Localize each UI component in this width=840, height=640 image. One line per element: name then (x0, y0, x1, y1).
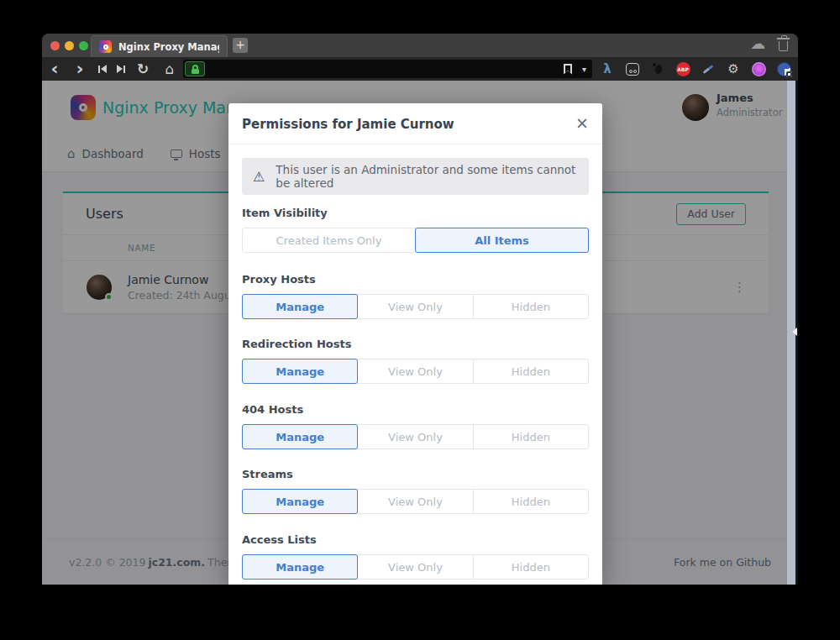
extension-adblock-icon[interactable]: ABP (675, 60, 691, 77)
browser-window: Nginx Proxy Manager + ☁ ‹ › ↻ ⌂ ▾ (42, 34, 798, 585)
browser-tab[interactable]: Nginx Proxy Manager (91, 35, 228, 57)
permission-group: Manage View Only Hidden (242, 554, 589, 580)
manage-button[interactable]: Manage (242, 359, 358, 384)
browser-tab-bar: Nginx Proxy Manager + ☁ (42, 34, 798, 57)
bookmark-icon[interactable] (564, 64, 572, 75)
section-label: Redirection Hosts (242, 338, 351, 350)
extension-lambda-icon[interactable]: λ (599, 60, 616, 77)
view-only-button[interactable]: View Only (357, 424, 473, 449)
section-label: Access Lists (242, 533, 317, 546)
permission-group: Manage View Only Hidden (242, 424, 589, 449)
extension-goggles-icon[interactable] (624, 60, 641, 77)
address-bar[interactable]: ▾ (183, 60, 592, 78)
desktop: Nginx Proxy Manager + ☁ ‹ › ↻ ⌂ ▾ (0, 0, 840, 640)
created-items-only-button[interactable]: Created Items Only (242, 228, 416, 253)
modal-header: Permissions for Jamie Curnow × (228, 103, 602, 144)
ssl-lock-icon[interactable] (185, 61, 205, 76)
hidden-button[interactable]: Hidden (473, 294, 589, 319)
hidden-button[interactable]: Hidden (473, 359, 589, 384)
extension-pen-icon[interactable] (700, 60, 717, 77)
bookmark-caret-icon[interactable]: ▾ (582, 65, 586, 74)
all-items-button[interactable]: All Items (415, 228, 589, 253)
window-close-button[interactable] (50, 41, 60, 50)
manage-button[interactable]: Manage (242, 489, 358, 514)
permission-group: Manage View Only Hidden (242, 294, 589, 319)
window-minimize-button[interactable] (65, 41, 74, 50)
browser-toolbar: ‹ › ↻ ⌂ ▾ λ ABP ⚙ (42, 57, 798, 81)
close-icon[interactable]: × (573, 113, 591, 132)
permissions-modal: Permissions for Jamie Curnow × ⚠ This us… (228, 103, 602, 585)
extension-clock-icon[interactable] (775, 60, 792, 77)
hidden-button[interactable]: Hidden (473, 489, 589, 514)
modal-title: Permissions for Jamie Curnow (242, 117, 454, 132)
section-label: Proxy Hosts (242, 273, 316, 286)
alert-text: This user is an Administrator and some i… (276, 163, 589, 190)
view-only-button[interactable]: View Only (357, 359, 473, 384)
permission-group: Manage View Only Hidden (242, 489, 589, 514)
item-visibility-group: Created Items Only All Items (242, 228, 589, 253)
view-only-button[interactable]: View Only (357, 489, 473, 514)
item-visibility-label: Item Visibility (242, 207, 328, 219)
sync-cloud-icon[interactable]: ☁ (750, 34, 765, 52)
new-tab-button[interactable]: + (233, 38, 248, 53)
permission-group: Manage View Only Hidden (242, 359, 589, 384)
fast-forward-button[interactable] (114, 57, 128, 81)
modal-body: ⚠ This user is an Administrator and some… (242, 144, 589, 585)
hidden-button[interactable]: Hidden (473, 424, 589, 449)
hidden-button[interactable]: Hidden (473, 554, 589, 580)
manage-button[interactable]: Manage (242, 424, 358, 449)
view-only-button[interactable]: View Only (357, 294, 473, 319)
home-button[interactable]: ⌂ (162, 57, 177, 81)
panel-toggle-arrow-icon[interactable] (792, 328, 797, 336)
extension-icons: λ ABP ⚙ (599, 57, 792, 81)
closed-tabs-trash-icon[interactable] (779, 41, 788, 51)
manage-button[interactable]: Manage (242, 554, 358, 580)
extension-purple-icon[interactable] (750, 60, 767, 77)
extension-footprint-icon[interactable] (649, 60, 666, 77)
extension-gear-icon[interactable]: ⚙ (725, 60, 742, 77)
tab-title: Nginx Proxy Manager (118, 41, 219, 53)
rewind-button[interactable] (96, 57, 109, 81)
window-zoom-button[interactable] (79, 41, 88, 50)
section-label: 404 Hosts (242, 403, 303, 416)
reload-button[interactable]: ↻ (135, 57, 150, 81)
back-button[interactable]: ‹ (48, 57, 61, 81)
npm-favicon-icon (99, 40, 112, 53)
warning-icon: ⚠ (253, 169, 265, 185)
section-label: Streams (242, 468, 293, 480)
admin-warning-alert: ⚠ This user is an Administrator and some… (242, 158, 589, 195)
forward-button[interactable]: › (73, 57, 87, 81)
manage-button[interactable]: Manage (242, 294, 358, 319)
view-only-button[interactable]: View Only (357, 554, 473, 580)
